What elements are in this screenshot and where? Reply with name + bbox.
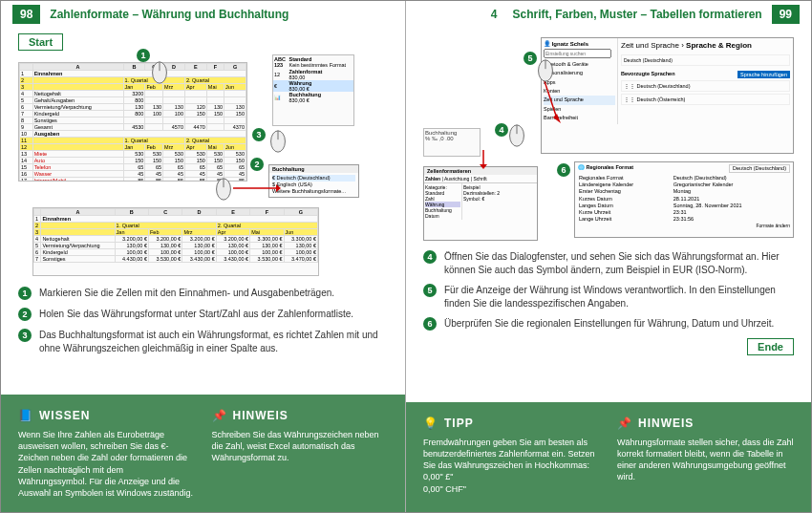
- step-text: Das Buchhaltungsformat ist auch ein Währ…: [39, 329, 388, 354]
- bulb-icon: 💡: [423, 416, 438, 431]
- tipp-head: TIPP: [444, 417, 474, 430]
- callout-1: 1: [137, 49, 150, 62]
- chapter-title: Schrift, Farben, Muster – Tabellen forma…: [512, 8, 761, 21]
- regional-format: 🌐 Regionales FormatDeutsch (Deutschland)…: [574, 161, 794, 238]
- steps-left: 1Markieren Sie die Zellen mit den Einnah…: [18, 287, 388, 354]
- excel-table-euro: ABCDEFG 1Einnahmen 21. Quartal2. Quartal…: [32, 207, 319, 276]
- tipp-text: Fremdwährungen geben Sie am besten als b…: [423, 437, 600, 495]
- hinweis-text: Währungsformate stellen sicher, dass die…: [617, 437, 794, 483]
- pin-icon: 📌: [617, 416, 632, 431]
- mouse-icon: [150, 60, 169, 85]
- page-number: 99: [772, 5, 800, 24]
- hinweis-text: Schreiben Sie das Währungszeichen neben …: [212, 429, 389, 463]
- step-text: Öffnen Sie das Dialogfenster, und sehen …: [444, 250, 794, 276]
- page-number: 98: [12, 5, 40, 24]
- steps-right: 4Öffnen Sie das Dialogfenster, und sehen…: [423, 250, 794, 331]
- format-cells-dialog: Zellenformatieren Zahlen | Ausrichtung |…: [423, 166, 538, 241]
- ribbon-snippet: Buchhaltung% ‰ ,0 .00: [423, 128, 481, 157]
- figure-area-left: ABCDEFG 1Einnahmen 21. Quartal2. Quartal…: [18, 54, 388, 279]
- hinweis-head: HINWEIS: [638, 417, 694, 430]
- chapter-num: 4: [491, 8, 498, 21]
- svg-marker-13: [480, 164, 487, 169]
- step-num: 6: [423, 317, 437, 331]
- start-badge: Start: [18, 33, 63, 51]
- search-input[interactable]: [544, 49, 611, 58]
- step-num: 5: [423, 284, 437, 297]
- callout-4: 4: [495, 123, 508, 137]
- step-text: Für die Anzeige der Währung ist Windows …: [444, 284, 794, 310]
- hinweis-head: HINWEIS: [233, 409, 288, 422]
- windows-settings: 👤 Ignatz Schels Bluetooth & Geräte Perso…: [541, 37, 794, 154]
- bottom-boxes-left: 📘WISSEN Wenn Sie Ihre Zahlen als Eurobet…: [1, 395, 405, 512]
- mouse-icon: [536, 58, 555, 83]
- number-format-list: ABC123StandardKein bestimmtes Format 12Z…: [272, 54, 354, 126]
- mouse-icon: [268, 129, 288, 154]
- wissen-head: WISSEN: [39, 409, 90, 422]
- accounting-popup: Buchhaltung € Deutsch (Deutschland) $ En…: [268, 164, 359, 198]
- mouse-icon: [507, 123, 526, 148]
- excel-table-top: ABCDEFG 1Einnahmen 21. Quartal2. Quartal…: [18, 62, 247, 182]
- step-num: 2: [18, 308, 32, 321]
- bottom-boxes-right: 💡TIPP Fremdwährungen geben Sie am besten…: [406, 402, 811, 512]
- wissen-text: Wenn Sie Ihre Zahlen als Eurobeträge aus…: [18, 429, 195, 499]
- svg-marker-15: [553, 114, 561, 123]
- step-num: 3: [18, 329, 32, 342]
- step-text: Markieren Sie die Zellen mit den Einnahm…: [39, 287, 334, 300]
- callout-3: 3: [252, 128, 266, 141]
- callout-6: 6: [557, 163, 570, 177]
- end-badge: Ende: [747, 338, 794, 355]
- header-right: 4 Schrift, Farben, Muster – Tabellen for…: [406, 1, 811, 28]
- step-text: Holen Sie das Währungsformat unter Start…: [39, 308, 353, 321]
- step-text: Überprüfen Sie die regionalen Einstellun…: [444, 317, 774, 331]
- header-left: 98 Zahlenformate – Währung und Buchhaltu…: [1, 1, 405, 28]
- callout-5: 5: [524, 52, 537, 65]
- book-icon: 📘: [18, 408, 33, 423]
- page-title: Zahlenformate – Währung und Buchhaltung: [50, 8, 288, 21]
- svg-marker-7: [276, 184, 281, 192]
- figure-area-right: 👤 Ignatz Schels Bluetooth & Geräte Perso…: [423, 37, 794, 243]
- callout-2: 2: [250, 158, 264, 171]
- step-num: 4: [423, 250, 437, 264]
- mouse-icon: [214, 177, 233, 202]
- step-num: 1: [18, 287, 32, 300]
- pin-icon: 📌: [212, 408, 227, 423]
